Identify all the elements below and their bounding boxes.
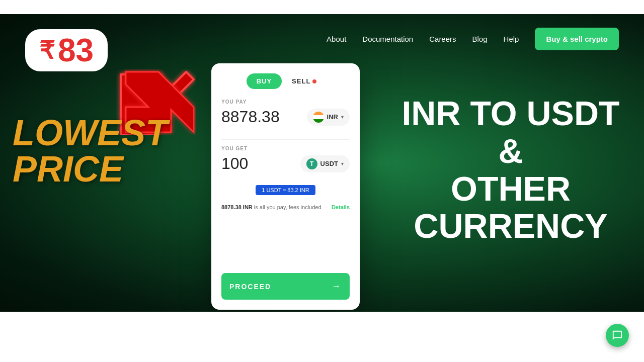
you-pay-row: 8878.38 INR ▾ xyxy=(221,108,350,126)
navigation: About Documentation Careers Blog Help Bu… xyxy=(0,14,644,63)
right-title: INR TO USDT & OTHER CURRENCY xyxy=(397,95,624,245)
you-get-value: 100 xyxy=(221,154,248,173)
fee-amount: 8878.38 xyxy=(221,204,242,210)
nav-link-careers[interactable]: Careers xyxy=(429,35,456,43)
rate-badge: 1 USDT ≈ 83.2 INR xyxy=(256,185,315,195)
proceed-arrow-icon: → xyxy=(332,281,342,292)
sell-tab-label: SELL xyxy=(292,77,310,85)
proceed-button[interactable]: PROCEED → xyxy=(221,273,350,300)
chat-button[interactable] xyxy=(606,324,629,347)
divider-1 xyxy=(221,139,350,140)
nav-link-about[interactable]: About xyxy=(327,35,346,43)
nav-link-help[interactable]: Help xyxy=(504,35,519,43)
right-title-line2: & xyxy=(397,132,624,170)
you-get-row: 100 T USDT ▾ xyxy=(221,154,350,173)
usdt-chevron-icon: ▾ xyxy=(341,161,344,166)
right-title-line1: INR TO USDT xyxy=(397,95,624,132)
lowest-text: LOWEST xyxy=(13,115,168,151)
fee-currency: INR xyxy=(243,204,253,210)
sell-dot xyxy=(312,79,316,83)
fee-text: 8878.38 INR is all you pay, fees include… xyxy=(221,204,321,210)
usdt-code: USDT xyxy=(320,160,338,167)
you-get-section: YOU GET 100 T USDT ▾ xyxy=(221,146,350,173)
usdt-currency-selector[interactable]: T USDT ▾ xyxy=(300,155,350,172)
you-pay-value: 8878.38 xyxy=(221,108,280,126)
details-link[interactable]: Details xyxy=(332,204,350,210)
nav-link-blog[interactable]: Blog xyxy=(472,35,488,43)
lowest-price-text: LOWEST PRICE xyxy=(13,115,168,187)
hero-section: About Documentation Careers Blog Help Bu… xyxy=(0,14,644,312)
nav-link-documentation[interactable]: Documentation xyxy=(362,35,413,43)
bottom-section xyxy=(0,312,644,362)
buy-tab[interactable]: BUY xyxy=(247,73,282,89)
you-pay-label: YOU PAY xyxy=(221,99,350,105)
proceed-label: PROCEED xyxy=(229,283,271,291)
right-content: INR TO USDT & OTHER CURRENCY xyxy=(397,95,624,245)
exchange-card: BUY SELL YOU PAY 8878.38 INR ▾ YOU GET xyxy=(211,63,360,310)
right-title-line3: OTHER xyxy=(397,170,624,208)
fee-description-text: is all you pay, fees included xyxy=(254,204,321,210)
price-text: PRICE xyxy=(13,151,168,187)
sell-tab[interactable]: SELL xyxy=(284,73,325,89)
buy-sell-tabs: BUY SELL xyxy=(221,73,350,89)
you-get-label: YOU GET xyxy=(221,146,350,151)
inr-currency-selector[interactable]: INR ▾ xyxy=(307,109,350,126)
chat-icon xyxy=(612,330,623,341)
inr-chevron-icon: ▾ xyxy=(341,114,344,120)
buy-sell-cta-button[interactable]: Buy & sell crypto xyxy=(535,28,619,50)
you-pay-section: YOU PAY 8878.38 INR ▾ xyxy=(221,99,350,126)
usdt-icon: T xyxy=(306,158,317,169)
fee-info: 8878.38 INR is all you pay, fees include… xyxy=(221,204,350,210)
inr-code: INR xyxy=(327,113,338,121)
inr-flag xyxy=(313,112,324,123)
top-navbar xyxy=(0,0,644,14)
right-title-line4: CURRENCY xyxy=(397,207,624,245)
